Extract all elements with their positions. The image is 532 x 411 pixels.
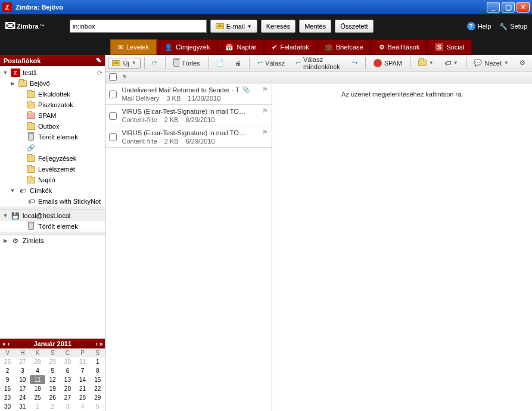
folder-outbox[interactable]: Outbox — [0, 121, 105, 132]
message-checkbox[interactable] — [109, 130, 117, 145]
cal-day[interactable]: 20 — [60, 384, 75, 393]
cal-day[interactable]: 4 — [30, 366, 45, 375]
settings-button[interactable]: ⚙ — [515, 57, 530, 68]
cal-next-year[interactable]: » — [99, 341, 103, 347]
tab-címjegyzék[interactable]: 👤Címjegyzék — [157, 39, 217, 55]
spam-button[interactable]: ⊘SPAM — [369, 57, 406, 69]
search-advanced-button[interactable]: Összetett — [335, 20, 373, 33]
tab-beállítások[interactable]: ⚙Beállítások — [371, 39, 428, 55]
folder-inbox[interactable]: ▶Bejövő — [0, 78, 105, 89]
tab-naptár[interactable]: 📅Naptár — [217, 39, 264, 55]
reply-all-button[interactable]: ↩Válasz mindenkinek — [291, 54, 346, 72]
maximize-button[interactable]: ▢ — [502, 2, 515, 13]
message-row[interactable]: VIRUS (Eicar-Test-Signature) in mail TO … — [105, 105, 272, 126]
search-save-button[interactable]: Mentés — [299, 20, 331, 33]
tags-row[interactable]: ▼🏷Címkék — [0, 185, 105, 196]
cal-day[interactable]: 8 — [90, 366, 105, 375]
print-button[interactable]: 🖨 — [231, 58, 245, 68]
cal-day[interactable]: 3 — [60, 402, 75, 411]
cal-day[interactable]: 29 — [90, 393, 105, 402]
cal-day[interactable]: 13 — [60, 375, 75, 384]
cal-day[interactable]: 30 — [0, 402, 15, 411]
folder-sent[interactable]: Elküldöttek — [0, 89, 105, 99]
edit-icon[interactable]: ✎ — [96, 57, 101, 64]
cal-day[interactable]: 3 — [15, 366, 30, 375]
folder-trash2[interactable]: Törölt elemek — [0, 221, 105, 232]
tag-item[interactable]: 🏷Emails with StickyNot — [0, 196, 105, 207]
refresh-icon[interactable]: ⟳ — [97, 69, 102, 77]
folder-menu-button[interactable]: ▼ — [414, 58, 438, 68]
cal-day[interactable]: 16 — [0, 384, 15, 393]
zimlets-row[interactable]: ▶⚙Zimlets — [0, 235, 105, 246]
cal-day[interactable]: 27 — [60, 393, 75, 402]
close-button[interactable]: × — [517, 2, 530, 13]
cal-day[interactable]: 4 — [75, 402, 90, 411]
forward-button[interactable]: ↪ — [348, 57, 362, 68]
search-input[interactable] — [70, 20, 207, 33]
cal-day[interactable]: 28 — [75, 393, 90, 402]
message-checkbox[interactable] — [109, 108, 117, 123]
move-button[interactable]: 📄 — [211, 57, 228, 68]
folder-spam[interactable]: SPAM — [0, 110, 105, 121]
select-all-checkbox[interactable] — [109, 73, 117, 81]
cal-day[interactable]: 18 — [30, 384, 45, 393]
flag-icon[interactable]: ⚑ — [262, 129, 268, 136]
message-row[interactable]: VIRUS (Eicar-Test-Signature) in mail TO … — [105, 126, 272, 148]
cal-day[interactable]: 7 — [75, 366, 90, 375]
search-go-button[interactable]: Keresés — [261, 20, 295, 33]
cal-next-month[interactable]: › — [95, 341, 97, 347]
cal-day[interactable]: 21 — [75, 384, 90, 393]
folder-log[interactable]: Napló — [0, 175, 105, 185]
folder-notes[interactable]: Feljegyzések — [0, 153, 105, 164]
cal-day[interactable]: 2 — [0, 366, 15, 375]
search-scope-button[interactable]: E-mail ▼ — [210, 20, 257, 33]
cal-day[interactable]: 24 — [15, 393, 30, 402]
message-row[interactable]: Undelivered Mail Returned to Sender - T📎… — [105, 83, 272, 105]
account2-row[interactable]: ▼💾local@host.local — [0, 210, 105, 221]
folder-link[interactable]: 🔗 — [0, 142, 105, 153]
cal-day[interactable]: 19 — [45, 384, 60, 393]
cal-day[interactable]: 15 — [90, 375, 105, 384]
cal-day[interactable]: 14 — [75, 375, 90, 384]
minimize-button[interactable]: _ — [487, 2, 500, 13]
account-row[interactable]: ▼ Z test1 ⟳ — [0, 67, 105, 78]
refresh-button[interactable]: ⟳ — [148, 57, 161, 68]
cal-day[interactable]: 5 — [90, 402, 105, 411]
folder-drafts[interactable]: Piszkozatok — [0, 99, 105, 110]
tab-social[interactable]: SSocial — [427, 39, 472, 55]
cal-day[interactable]: 26 — [0, 357, 15, 366]
cal-day[interactable]: 1 — [30, 402, 45, 411]
tab-levelek[interactable]: ✉Levelek — [110, 39, 157, 55]
flag-icon[interactable]: ⚑ — [262, 86, 268, 94]
flag-icon[interactable]: ⚑ — [262, 107, 268, 115]
cal-day[interactable]: 23 — [0, 393, 15, 402]
tag-menu-button[interactable]: 🏷▼ — [440, 58, 462, 68]
cal-day[interactable]: 31 — [15, 402, 30, 411]
cal-day[interactable]: 31 — [75, 357, 90, 366]
cal-day[interactable]: 5 — [45, 366, 60, 375]
flag-column-icon[interactable]: ⚑ — [122, 73, 127, 81]
cal-day[interactable]: 26 — [45, 393, 60, 402]
folder-junk[interactable]: Levélszemét — [0, 164, 105, 175]
delete-button[interactable]: Törlés — [169, 58, 204, 68]
cal-day[interactable]: 6 — [60, 366, 75, 375]
folder-trash[interactable]: Törölt elemek — [0, 132, 105, 142]
tab-feladatok[interactable]: ✔Feladatok — [264, 39, 316, 55]
cal-day[interactable]: 29 — [45, 357, 60, 366]
cal-day[interactable]: 10 — [15, 375, 30, 384]
cal-prev-month[interactable]: ‹ — [8, 341, 10, 347]
cal-day[interactable]: 27 — [15, 357, 30, 366]
cal-prev-year[interactable]: « — [2, 341, 6, 347]
cal-day[interactable]: 9 — [0, 375, 15, 384]
cal-day[interactable]: 28 — [30, 357, 45, 366]
cal-day[interactable]: 11 — [30, 375, 45, 384]
cal-day[interactable]: 25 — [30, 393, 45, 402]
cal-day[interactable]: 22 — [90, 384, 105, 393]
view-button[interactable]: 💬Nézet▼ — [469, 57, 513, 68]
cal-day[interactable]: 2 — [45, 402, 60, 411]
cal-day[interactable]: 30 — [60, 357, 75, 366]
new-button[interactable]: Új▼ — [108, 58, 140, 68]
cal-day[interactable]: 17 — [15, 384, 30, 393]
cal-day[interactable]: 1 — [90, 357, 105, 366]
setup-link[interactable]: 🔧Setup — [499, 23, 527, 30]
